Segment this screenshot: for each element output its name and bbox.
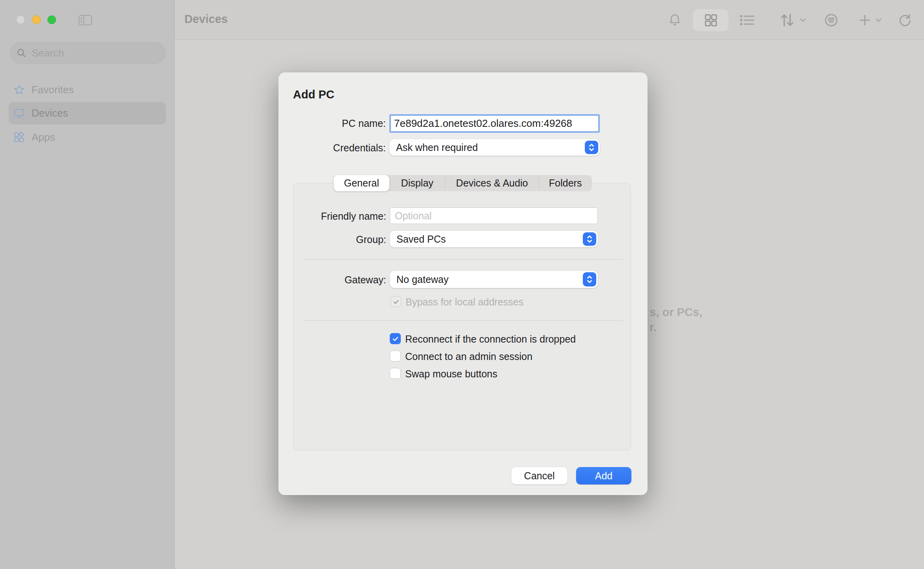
bell-icon (667, 13, 682, 28)
chevron-up-down-icon (583, 232, 596, 246)
search-input[interactable] (31, 47, 165, 60)
sidebar-item-apps[interactable]: Apps (9, 126, 166, 149)
tab-devices-audio[interactable]: Devices & Audio (445, 175, 538, 191)
close-window-button[interactable] (16, 15, 25, 24)
grid-view-icon (703, 12, 719, 28)
admin-session-label: Connect to an admin session (405, 351, 532, 362)
apps-grid-icon (13, 131, 25, 143)
friendly-name-input[interactable] (390, 207, 598, 224)
sidebar-item-favorites[interactable]: Favorites (9, 79, 166, 101)
add-button[interactable]: Add (576, 467, 631, 484)
empty-state-text-fragment: s, or PCs, (650, 306, 702, 319)
star-icon (13, 84, 25, 96)
plus-icon (857, 12, 873, 28)
page-title: Devices (184, 13, 228, 26)
general-tab-panel: Friendly name: Group: Saved PCs Gateway:… (293, 183, 631, 450)
group-value: Saved PCs (396, 234, 446, 245)
gateway-dropdown[interactable]: No gateway (390, 271, 598, 288)
chevron-down-icon (874, 16, 883, 24)
zoom-window-button[interactable] (47, 15, 56, 24)
toggle-sidebar-icon[interactable] (77, 14, 93, 26)
divider (303, 259, 623, 260)
swap-mouse-label: Swap mouse buttons (405, 368, 497, 380)
list-view-button[interactable] (738, 12, 757, 28)
cancel-button[interactable]: Cancel (511, 467, 567, 484)
toolbar (175, 0, 924, 40)
empty-state-text-fragment: r. (650, 321, 657, 334)
credentials-value: Ask when required (396, 142, 478, 153)
sidebar-item-label: Favorites (32, 84, 74, 96)
sidebar: Favorites Devices Apps (0, 0, 175, 569)
chevron-down-icon (798, 16, 807, 24)
pc-name-input[interactable] (389, 114, 600, 133)
filter-button[interactable] (822, 11, 841, 29)
search-icon (16, 47, 27, 58)
tab-folders[interactable]: Folders (539, 175, 592, 191)
divider (303, 320, 623, 321)
sidebar-item-label: Devices (32, 107, 68, 119)
add-button-toolbar[interactable] (852, 11, 888, 29)
gateway-label: Gateway: (279, 274, 386, 286)
add-pc-dialog: Add PC PC name: Credentials: Ask when re… (278, 72, 648, 495)
reconnect-label: Reconnect if the connection is dropped (405, 333, 576, 345)
filter-icon (823, 12, 839, 28)
sort-button[interactable] (775, 11, 810, 29)
tab-bar: General Display Devices & Audio Folders (334, 175, 592, 191)
group-label: Group: (279, 234, 386, 245)
list-view-icon (738, 12, 756, 28)
minimize-window-button[interactable] (32, 15, 41, 24)
app-window: Favorites Devices Apps (0, 0, 924, 569)
bypass-local-label: Bypass for local addresses (406, 296, 524, 308)
swap-mouse-checkbox[interactable] (390, 368, 401, 379)
admin-session-checkbox[interactable] (390, 350, 401, 362)
tab-display[interactable]: Display (389, 175, 445, 191)
credentials-label: Credentials: (278, 142, 386, 154)
notifications-button[interactable] (667, 12, 683, 28)
group-dropdown[interactable]: Saved PCs (390, 231, 598, 247)
search-field[interactable] (10, 42, 165, 64)
sidebar-item-label: Apps (32, 131, 55, 143)
chevron-up-down-icon (583, 272, 596, 286)
gateway-value: No gateway (396, 274, 449, 285)
sidebar-item-devices[interactable]: Devices (9, 102, 166, 124)
refresh-button[interactable] (896, 11, 915, 29)
tab-general[interactable]: General (334, 175, 389, 191)
grid-view-button[interactable] (693, 9, 729, 31)
friendly-name-label: Friendly name: (279, 211, 386, 222)
chevron-up-down-icon (585, 141, 598, 154)
sort-arrows-icon (778, 11, 797, 29)
reconnect-checkbox[interactable] (390, 333, 401, 344)
bypass-local-checkbox[interactable] (391, 296, 401, 307)
dialog-title: Add PC (293, 88, 334, 101)
check-icon (393, 298, 400, 305)
credentials-dropdown[interactable]: Ask when required (389, 139, 600, 156)
check-icon (392, 335, 399, 343)
monitor-icon (13, 107, 25, 119)
refresh-icon (897, 12, 913, 28)
pc-name-label: PC name: (278, 118, 386, 129)
